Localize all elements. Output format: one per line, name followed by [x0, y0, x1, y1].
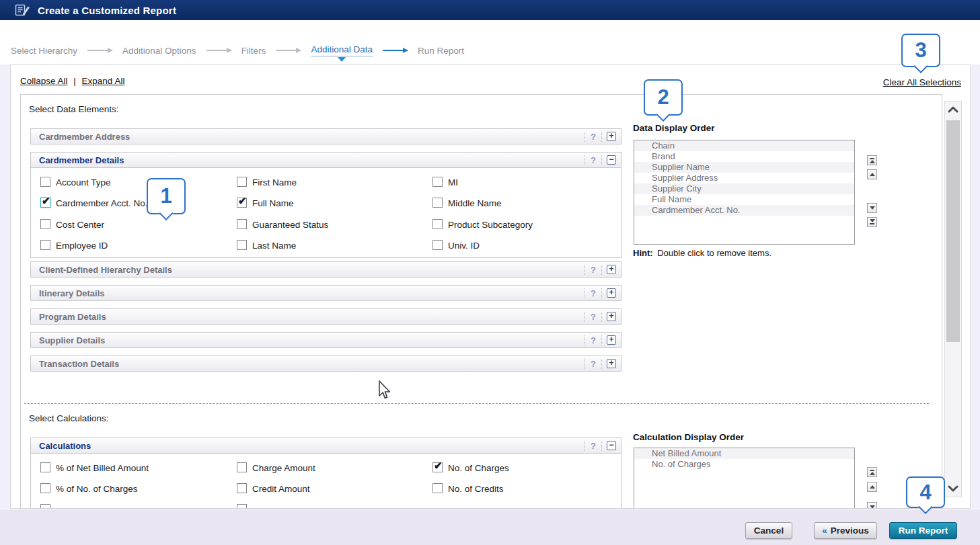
display-order-item[interactable]: Cardmember Acct. No.	[634, 205, 854, 216]
checkbox-item	[237, 504, 247, 509]
checkbox-item: Univ. ID	[432, 240, 480, 251]
display-order-item[interactable]: No. of Charges	[634, 459, 854, 470]
checkbox[interactable]	[237, 219, 247, 229]
previous-button[interactable]: «Previous	[814, 522, 877, 539]
scrollbar[interactable]	[944, 101, 962, 497]
display-order-item[interactable]: Supplier Name	[634, 162, 854, 173]
section-toggle-icon[interactable]	[607, 312, 616, 321]
divider	[601, 441, 602, 451]
checkbox[interactable]	[40, 504, 50, 509]
scroll-down-button[interactable]	[945, 480, 961, 497]
move-up-button[interactable]	[867, 169, 877, 179]
divider	[601, 155, 602, 165]
checkbox[interactable]	[237, 462, 247, 472]
checkbox[interactable]	[237, 240, 247, 250]
section-header-calculations[interactable]: Calculations	[30, 437, 621, 454]
checkbox-item: MI	[432, 177, 458, 187]
step-arrow-icon	[206, 50, 231, 51]
move-to-top-button[interactable]	[867, 155, 877, 165]
help-icon[interactable]	[590, 288, 597, 298]
step-additional-data[interactable]: Additional Data	[311, 44, 373, 56]
help-icon[interactable]	[590, 132, 597, 142]
display-order-item[interactable]: Full Name	[634, 194, 854, 205]
checkbox[interactable]	[432, 198, 443, 208]
section-toggle-icon[interactable]	[607, 155, 616, 165]
section-toggle-icon[interactable]	[607, 359, 616, 368]
data-display-order-listbox[interactable]: Chain Brand Supplier Name Supplier Addre…	[634, 140, 855, 245]
section-header-cardmember-details[interactable]: Cardmember Details	[30, 152, 621, 168]
section-header-itinerary-details[interactable]: Itinerary Details	[30, 285, 621, 301]
section-header-cardmember-address[interactable]: Cardmember Address	[30, 128, 621, 144]
checkbox[interactable]	[40, 483, 50, 493]
checkbox[interactable]	[40, 240, 50, 250]
section-header-transaction-details[interactable]: Transaction Details	[30, 355, 621, 372]
section-toggle-icon[interactable]	[607, 441, 616, 450]
display-order-item[interactable]: Chain	[634, 140, 854, 151]
cardmember-details-body: Account Type Cardmember Acct. No. Cost C…	[30, 168, 621, 258]
scrollbar-thumb[interactable]	[946, 120, 960, 342]
content-container: Select Data Elements: Cardmember Address…	[20, 94, 942, 509]
hint-label: Hint:	[633, 248, 653, 258]
checkbox[interactable]	[40, 198, 50, 208]
display-order-item[interactable]: Supplier City	[634, 183, 854, 194]
cancel-button[interactable]: Cancel	[745, 522, 792, 539]
divider	[585, 312, 585, 322]
move-to-bottom-button[interactable]	[867, 217, 877, 227]
checkbox[interactable]	[40, 177, 50, 187]
step-select-hierarchy[interactable]: Select Hierarchy	[11, 46, 77, 56]
display-order-item[interactable]: Brand	[634, 151, 854, 162]
checkbox[interactable]	[432, 240, 443, 250]
help-icon[interactable]	[590, 312, 597, 322]
step-run-report[interactable]: Run Report	[418, 46, 464, 56]
move-down-button[interactable]	[867, 502, 877, 509]
checkbox-label: % of No. of Charges	[56, 483, 138, 494]
help-icon[interactable]	[590, 265, 597, 275]
callout-number: 3	[915, 38, 926, 62]
checkbox[interactable]	[40, 462, 50, 472]
checkbox[interactable]	[40, 219, 50, 229]
checkbox-label: Full Name	[252, 198, 294, 208]
expand-all-link[interactable]: Expand All	[82, 76, 125, 86]
right-gutter	[971, 65, 980, 509]
step-filters[interactable]: Filters	[241, 46, 266, 56]
section-header-supplier-details[interactable]: Supplier Details	[30, 332, 621, 348]
move-to-top-button[interactable]	[867, 467, 877, 477]
section-toggle-icon[interactable]	[607, 335, 616, 345]
checkbox[interactable]	[432, 462, 443, 472]
move-down-button[interactable]	[867, 203, 877, 213]
help-icon[interactable]	[590, 155, 597, 165]
section-header-program-details[interactable]: Program Details	[30, 308, 621, 325]
checkbox[interactable]	[237, 504, 247, 509]
help-icon[interactable]	[590, 335, 597, 345]
display-order-item[interactable]: Supplier Address	[634, 173, 854, 183]
divider	[585, 155, 585, 165]
checkbox[interactable]	[237, 483, 247, 493]
section-toggle-icon[interactable]	[607, 132, 616, 141]
section-title: Cardmember Address	[39, 132, 130, 142]
step-additional-options[interactable]: Additional Options	[122, 46, 196, 56]
checkbox[interactable]	[237, 198, 247, 208]
checkbox-item	[40, 504, 50, 509]
checkbox-item: Product Subcategory	[432, 219, 533, 230]
checkbox[interactable]	[432, 177, 443, 187]
checkbox-label: Employee ID	[56, 240, 108, 251]
collapse-all-link[interactable]: Collapse All	[20, 76, 68, 86]
section-toggle-icon[interactable]	[607, 288, 616, 298]
clear-all-selections-link[interactable]: Clear All Selections	[883, 77, 961, 87]
checkbox[interactable]	[237, 177, 247, 187]
checkbox-label: Last Name	[252, 240, 296, 251]
run-report-button[interactable]: Run Report	[889, 522, 957, 539]
checkbox-label: Univ. ID	[448, 240, 480, 251]
section-toggle-icon[interactable]	[607, 265, 616, 274]
section-header-client-defined-hierarchy-details[interactable]: Client-Defined Hierarchy Details	[30, 261, 621, 278]
callout-1: 1	[147, 178, 186, 214]
help-icon[interactable]	[590, 359, 597, 369]
calculation-display-order-listbox[interactable]: Net Billed Amount No. of Charges	[634, 448, 855, 509]
checkbox[interactable]	[432, 483, 443, 493]
display-order-item[interactable]: Net Billed Amount	[634, 448, 854, 459]
help-icon[interactable]	[590, 441, 597, 451]
move-up-button[interactable]	[867, 482, 877, 492]
checkbox[interactable]	[432, 219, 443, 229]
scroll-up-button[interactable]	[945, 101, 961, 118]
chevron-down-icon	[948, 485, 958, 492]
